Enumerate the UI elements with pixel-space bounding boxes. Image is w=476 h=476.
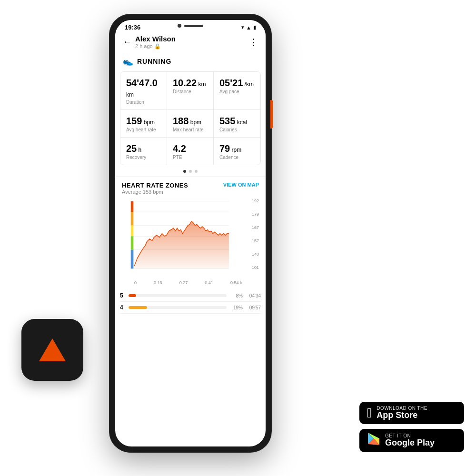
shoe-icon: 👟 [123, 56, 133, 67]
stat-label-pte: PTE [173, 155, 208, 160]
app-store-text: Download on the App Store [377, 406, 427, 420]
google-play-text: GET IT ON Google Play [385, 433, 435, 448]
stat-label-cadence: Cadence [219, 155, 255, 160]
stat-distance: 10.22 km Distance [167, 72, 214, 110]
camera-dot [178, 24, 181, 28]
svg-rect-6 [131, 201, 134, 212]
google-play-icon [367, 433, 380, 448]
stat-value-avg-hr: 159 bpm [126, 116, 161, 126]
zone-4-pct: 19% [229, 305, 243, 310]
view-on-map-link[interactable]: VIEW ON MAP [223, 182, 259, 188]
stat-pace: 05'21 /km Avg pace [214, 72, 260, 110]
stat-value-pace: 05'21 /km [219, 78, 255, 88]
y-label-179: 179 [244, 212, 259, 217]
hr-chart-svg [122, 198, 242, 279]
phone-screen: 19:36 ▾ ▲ ▮ ← Alex Wilson 2 h ago 🔒 ⋮ [115, 20, 266, 446]
dot-2 [189, 170, 192, 173]
stat-value-duration: 54'47.0 km [126, 78, 161, 99]
zone-4-time: 09'57 [246, 305, 261, 310]
app-store-button[interactable]:  Download on the App Store [359, 402, 464, 424]
hr-chart: 192 179 167 157 140 101 [122, 198, 259, 279]
svg-rect-8 [131, 226, 134, 237]
stat-label-distance: Distance [173, 89, 208, 94]
device-widget [21, 319, 83, 381]
battery-icon: ▮ [253, 24, 256, 30]
x-label-27: 0:27 [179, 280, 188, 285]
zone-5-pct: 8% [229, 293, 243, 298]
header-time-ago: 2 h ago 🔒 [135, 43, 176, 50]
stat-value-distance: 10.22 km [173, 78, 208, 88]
signal-icon: ▲ [246, 25, 251, 30]
y-label-101: 101 [244, 265, 259, 270]
status-time: 19:36 [125, 24, 140, 31]
phone-body: 19:36 ▾ ▲ ▮ ← Alex Wilson 2 h ago 🔒 ⋮ [109, 14, 271, 452]
google-play-button[interactable]: GET IT ON Google Play [359, 429, 464, 452]
zone-5-time: 04'34 [246, 293, 261, 298]
dot-3 [195, 170, 198, 173]
stats-grid: 54'47.0 km Duration 10.22 km Distance 05… [120, 71, 261, 165]
dot-1 [183, 170, 186, 173]
y-label-157: 157 [244, 238, 259, 243]
x-label-13: 0:13 [154, 280, 162, 285]
stat-value-cadence: 79 rpm [219, 143, 255, 154]
chart-y-axis: 192 179 167 157 140 101 [244, 198, 259, 270]
zone-5-bar-container [129, 294, 227, 297]
stat-label-avg-hr: Avg heart rate [126, 127, 161, 132]
x-label-54: 0:54 h [230, 280, 242, 285]
stat-recovery: 25 h Recovery [120, 138, 167, 165]
more-menu-button[interactable]: ⋮ [249, 37, 258, 48]
x-label-0: 0 [134, 280, 137, 285]
hr-zone-4: 4 19% 09'57 [120, 302, 261, 314]
back-button[interactable]: ← [123, 37, 131, 47]
x-label-41: 0:41 [205, 280, 213, 285]
header-info: Alex Wilson 2 h ago 🔒 [135, 35, 176, 50]
hr-subtitle: Average 153 bpm [122, 189, 188, 195]
header-username: Alex Wilson [135, 35, 176, 43]
activity-type: 👟 RUNNING [115, 52, 266, 71]
svg-rect-9 [131, 236, 134, 249]
hr-zones-list: 5 8% 04'34 4 19% 09'57 [115, 290, 266, 314]
stat-label-pace: Avg pace [219, 89, 255, 94]
header-left: ← Alex Wilson 2 h ago 🔒 [123, 35, 176, 50]
stat-label-calories: Calories [219, 127, 255, 132]
stat-cadence: 79 rpm Cadence [214, 138, 260, 165]
y-label-192: 192 [244, 198, 259, 203]
stat-calories: 535 kcal Calories [214, 110, 260, 138]
zone-5-number: 5 [120, 292, 126, 299]
zone-4-bar-container [129, 306, 227, 309]
stat-value-max-hr: 188 bpm [173, 116, 208, 126]
wifi-icon: ▾ [241, 24, 244, 30]
store-buttons:  Download on the App Store GET IT ON Go… [359, 402, 464, 452]
status-icons: ▾ ▲ ▮ [241, 24, 256, 30]
stat-label-max-hr: Max heart rate [173, 127, 208, 132]
hr-section: HEART RATE ZONES Average 153 bpm VIEW ON… [115, 177, 266, 290]
hr-zone-5: 5 8% 04'34 [120, 290, 261, 302]
app-header: ← Alex Wilson 2 h ago 🔒 ⋮ [115, 33, 266, 52]
svg-rect-7 [131, 212, 134, 225]
speaker-slot [184, 25, 203, 27]
activity-label: RUNNING [137, 58, 171, 65]
zone-5-bar [129, 294, 136, 297]
hr-title: HEART RATE ZONES [122, 182, 188, 189]
svg-rect-10 [131, 250, 134, 269]
zone-4-number: 4 [120, 304, 126, 311]
hr-header: HEART RATE ZONES Average 153 bpm VIEW ON… [122, 182, 259, 198]
device-logo [39, 338, 66, 361]
stat-pte: 4.2 PTE [167, 138, 214, 165]
hr-header-left: HEART RATE ZONES Average 153 bpm [122, 182, 188, 198]
apple-icon:  [367, 407, 372, 420]
page-dots [115, 165, 266, 177]
stat-value-recovery: 25 h [126, 143, 161, 154]
stat-label-duration: Duration [126, 99, 161, 105]
stat-avg-hr: 159 bpm Avg heart rate [120, 110, 167, 138]
zone-4-bar [129, 306, 147, 309]
camera-area [171, 23, 209, 29]
app-store-large-label: App Store [377, 411, 427, 420]
stat-label-recovery: Recovery [126, 155, 161, 160]
stat-max-hr: 188 bpm Max heart rate [167, 110, 214, 138]
stat-duration: 54'47.0 km Duration [120, 72, 167, 110]
phone-mockup: 19:36 ▾ ▲ ▮ ← Alex Wilson 2 h ago 🔒 ⋮ [109, 14, 271, 452]
stat-value-calories: 535 kcal [219, 116, 255, 126]
y-label-140: 140 [244, 252, 259, 257]
y-label-167: 167 [244, 225, 259, 230]
